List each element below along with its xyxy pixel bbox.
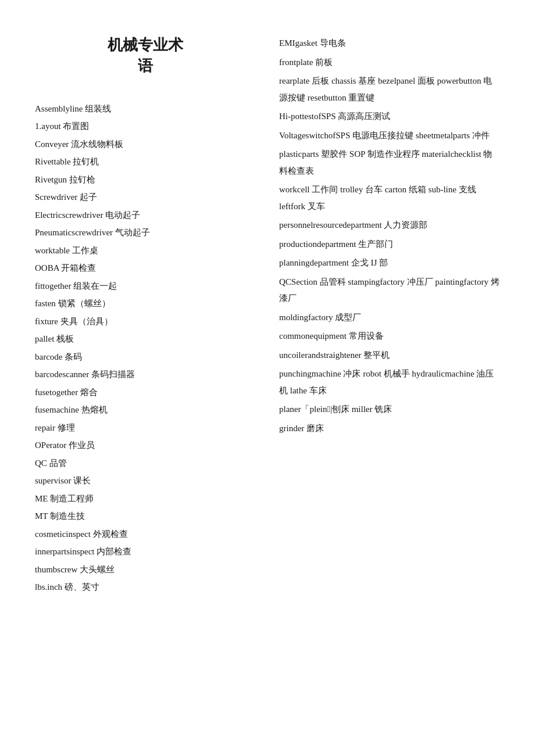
right-term-item: planer「plein|刨床 miller 铣床 xyxy=(279,401,500,418)
left-term-item: MT 制造生技 xyxy=(35,508,256,525)
left-term-item: worktable 工作桌 xyxy=(35,242,256,259)
left-term-item: 1.ayout 布置图 xyxy=(35,118,256,135)
left-term-item: fittogether 组装在一起 xyxy=(35,278,256,295)
page-container: 机械专业术语 Assemblyline 组装线1.ayout 布置图Convey… xyxy=(0,0,535,632)
right-terms-list: EMIgasket 导电条frontplate 前板rearplate 后板 c… xyxy=(279,35,500,436)
right-term-item: productiondepartment 生产部门 xyxy=(279,236,500,253)
right-term-item: frontplate 前板 xyxy=(279,54,500,71)
right-term-item: grinder 磨床 xyxy=(279,420,500,437)
left-term-item: Electricscrewdriver 电动起子 xyxy=(35,207,256,224)
right-term-item: uncoilerandstraightener 整平机 xyxy=(279,347,500,364)
left-term-item: fusemachine 热熔机 xyxy=(35,402,256,418)
left-term-item: Screwdriver 起子 xyxy=(35,189,256,206)
left-term-item: QC 品管 xyxy=(35,455,256,472)
right-term-item: plasticparts 塑胶件 SOP 制造作业程序 materialchec… xyxy=(279,146,500,179)
left-term-item: lbs.inch 磅、英寸 xyxy=(35,579,256,596)
left-term-item: Conveyer 流水线物料板 xyxy=(35,136,256,153)
right-term-item: rearplate 后板 chassis 基座 bezelpanel 面板 po… xyxy=(279,73,500,106)
left-term-item: OPerator 作业员 xyxy=(35,437,256,454)
left-term-item: OOBA 开箱检查 xyxy=(35,260,256,277)
right-term-item: Hi-pottestofSPS 高源高压测试 xyxy=(279,108,500,125)
left-column: 机械专业术语 Assemblyline 组装线1.ayout 布置图Convey… xyxy=(35,35,256,597)
right-term-item: workcell 工作间 trolley 台车 carton 纸箱 sub-li… xyxy=(279,181,500,214)
left-term-item: fixture 夹具（治具） xyxy=(35,313,256,330)
right-column: EMIgasket 导电条frontplate 前板rearplate 后板 c… xyxy=(279,35,500,597)
right-term-item: personnelresourcedepartment 人力资源部 xyxy=(279,217,500,234)
page-title: 机械专业术语 xyxy=(35,35,256,77)
left-term-item: barcodescanner 条码扫描器 xyxy=(35,366,256,383)
left-terms-list: Assemblyline 组装线1.ayout 布置图Conveyer 流水线物… xyxy=(35,101,256,596)
right-term-item: VoltageswitchofSPS 电源电压接拉键 sheetmetalpar… xyxy=(279,127,500,144)
left-term-item: Assemblyline 组装线 xyxy=(35,101,256,117)
left-term-item: barcode 条码 xyxy=(35,349,256,366)
left-term-item: innerpartsinspect 内部检查 xyxy=(35,543,256,560)
left-term-item: ME 制造工程师 xyxy=(35,490,256,507)
right-term-item: planningdepartment 企戈 IJ 部 xyxy=(279,255,500,271)
left-term-item: Pneumaticscrewdriver 气动起子 xyxy=(35,224,256,241)
left-term-item: repair 修理 xyxy=(35,420,256,436)
right-term-item: commonequipment 常用设备 xyxy=(279,328,500,345)
left-term-item: fasten 锁紧（螺丝） xyxy=(35,295,256,312)
right-term-item: EMIgasket 导电条 xyxy=(279,35,500,52)
left-term-item: Rivettable 拉钉机 xyxy=(35,153,256,170)
right-term-item: moldingfactory 成型厂 xyxy=(279,309,500,326)
left-term-item: cosmeticinspect 外观检查 xyxy=(35,526,256,543)
right-term-item: punchingmachine 冲床 robot 机械手 hydraulicma… xyxy=(279,366,500,399)
left-term-item: supervisor 课长 xyxy=(35,472,256,489)
right-term-item: QCSection 品管科 stampingfactory 冲压厂 painti… xyxy=(279,274,500,307)
left-term-item: Rivetgun 拉钉枪 xyxy=(35,171,256,188)
left-term-item: pallet 栈板 xyxy=(35,331,256,347)
left-term-item: fusetogether 熔合 xyxy=(35,384,256,401)
left-term-item: thumbscrew 大头螺丝 xyxy=(35,561,256,578)
